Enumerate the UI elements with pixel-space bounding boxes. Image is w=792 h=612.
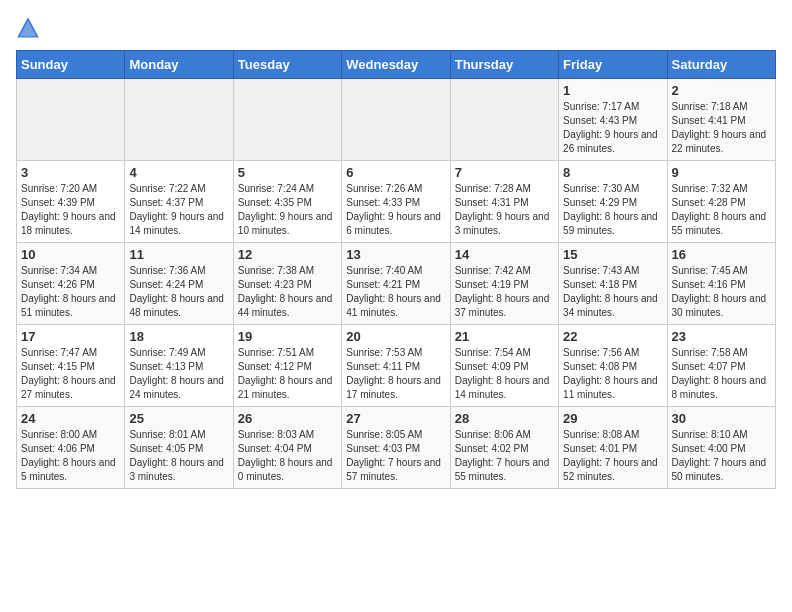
day-number: 7 (455, 165, 554, 180)
day-number: 10 (21, 247, 120, 262)
day-number: 23 (672, 329, 771, 344)
calendar-cell: 5Sunrise: 7:24 AM Sunset: 4:35 PM Daylig… (233, 161, 341, 243)
day-info: Sunrise: 7:22 AM Sunset: 4:37 PM Dayligh… (129, 182, 228, 238)
weekday-header-tuesday: Tuesday (233, 51, 341, 79)
day-number: 27 (346, 411, 445, 426)
day-info: Sunrise: 7:56 AM Sunset: 4:08 PM Dayligh… (563, 346, 662, 402)
calendar-cell (17, 79, 125, 161)
day-info: Sunrise: 7:26 AM Sunset: 4:33 PM Dayligh… (346, 182, 445, 238)
day-number: 13 (346, 247, 445, 262)
calendar-week-row: 10Sunrise: 7:34 AM Sunset: 4:26 PM Dayli… (17, 243, 776, 325)
calendar-cell (125, 79, 233, 161)
calendar-cell: 14Sunrise: 7:42 AM Sunset: 4:19 PM Dayli… (450, 243, 558, 325)
calendar-header-row: SundayMondayTuesdayWednesdayThursdayFrid… (17, 51, 776, 79)
calendar-cell: 29Sunrise: 8:08 AM Sunset: 4:01 PM Dayli… (559, 407, 667, 489)
calendar-cell: 26Sunrise: 8:03 AM Sunset: 4:04 PM Dayli… (233, 407, 341, 489)
weekday-header-monday: Monday (125, 51, 233, 79)
calendar-cell: 15Sunrise: 7:43 AM Sunset: 4:18 PM Dayli… (559, 243, 667, 325)
day-number: 26 (238, 411, 337, 426)
day-info: Sunrise: 8:01 AM Sunset: 4:05 PM Dayligh… (129, 428, 228, 484)
day-info: Sunrise: 7:45 AM Sunset: 4:16 PM Dayligh… (672, 264, 771, 320)
day-info: Sunrise: 7:36 AM Sunset: 4:24 PM Dayligh… (129, 264, 228, 320)
calendar-cell: 30Sunrise: 8:10 AM Sunset: 4:00 PM Dayli… (667, 407, 775, 489)
day-info: Sunrise: 8:10 AM Sunset: 4:00 PM Dayligh… (672, 428, 771, 484)
calendar-week-row: 3Sunrise: 7:20 AM Sunset: 4:39 PM Daylig… (17, 161, 776, 243)
calendar-cell: 24Sunrise: 8:00 AM Sunset: 4:06 PM Dayli… (17, 407, 125, 489)
day-info: Sunrise: 7:51 AM Sunset: 4:12 PM Dayligh… (238, 346, 337, 402)
day-number: 14 (455, 247, 554, 262)
day-number: 4 (129, 165, 228, 180)
calendar-cell: 9Sunrise: 7:32 AM Sunset: 4:28 PM Daylig… (667, 161, 775, 243)
calendar-cell: 3Sunrise: 7:20 AM Sunset: 4:39 PM Daylig… (17, 161, 125, 243)
weekday-header-wednesday: Wednesday (342, 51, 450, 79)
calendar-cell: 18Sunrise: 7:49 AM Sunset: 4:13 PM Dayli… (125, 325, 233, 407)
day-number: 20 (346, 329, 445, 344)
day-number: 19 (238, 329, 337, 344)
calendar-cell: 16Sunrise: 7:45 AM Sunset: 4:16 PM Dayli… (667, 243, 775, 325)
calendar-cell: 12Sunrise: 7:38 AM Sunset: 4:23 PM Dayli… (233, 243, 341, 325)
day-info: Sunrise: 8:05 AM Sunset: 4:03 PM Dayligh… (346, 428, 445, 484)
calendar-cell: 22Sunrise: 7:56 AM Sunset: 4:08 PM Dayli… (559, 325, 667, 407)
calendar-cell: 20Sunrise: 7:53 AM Sunset: 4:11 PM Dayli… (342, 325, 450, 407)
calendar-cell: 21Sunrise: 7:54 AM Sunset: 4:09 PM Dayli… (450, 325, 558, 407)
weekday-header-sunday: Sunday (17, 51, 125, 79)
calendar-week-row: 17Sunrise: 7:47 AM Sunset: 4:15 PM Dayli… (17, 325, 776, 407)
day-number: 1 (563, 83, 662, 98)
day-number: 3 (21, 165, 120, 180)
day-info: Sunrise: 8:03 AM Sunset: 4:04 PM Dayligh… (238, 428, 337, 484)
calendar-cell: 23Sunrise: 7:58 AM Sunset: 4:07 PM Dayli… (667, 325, 775, 407)
calendar-cell: 10Sunrise: 7:34 AM Sunset: 4:26 PM Dayli… (17, 243, 125, 325)
calendar-cell (342, 79, 450, 161)
day-number: 15 (563, 247, 662, 262)
day-number: 17 (21, 329, 120, 344)
calendar-cell: 17Sunrise: 7:47 AM Sunset: 4:15 PM Dayli… (17, 325, 125, 407)
calendar-cell: 28Sunrise: 8:06 AM Sunset: 4:02 PM Dayli… (450, 407, 558, 489)
day-info: Sunrise: 7:20 AM Sunset: 4:39 PM Dayligh… (21, 182, 120, 238)
day-info: Sunrise: 8:06 AM Sunset: 4:02 PM Dayligh… (455, 428, 554, 484)
calendar-week-row: 1Sunrise: 7:17 AM Sunset: 4:43 PM Daylig… (17, 79, 776, 161)
day-info: Sunrise: 7:53 AM Sunset: 4:11 PM Dayligh… (346, 346, 445, 402)
day-number: 9 (672, 165, 771, 180)
calendar-cell (233, 79, 341, 161)
day-number: 12 (238, 247, 337, 262)
day-info: Sunrise: 7:38 AM Sunset: 4:23 PM Dayligh… (238, 264, 337, 320)
day-info: Sunrise: 7:43 AM Sunset: 4:18 PM Dayligh… (563, 264, 662, 320)
calendar-cell: 25Sunrise: 8:01 AM Sunset: 4:05 PM Dayli… (125, 407, 233, 489)
day-info: Sunrise: 7:58 AM Sunset: 4:07 PM Dayligh… (672, 346, 771, 402)
day-number: 2 (672, 83, 771, 98)
logo-icon (16, 16, 40, 40)
page-header (16, 16, 776, 40)
calendar-week-row: 24Sunrise: 8:00 AM Sunset: 4:06 PM Dayli… (17, 407, 776, 489)
calendar-cell (450, 79, 558, 161)
day-number: 6 (346, 165, 445, 180)
calendar-cell: 11Sunrise: 7:36 AM Sunset: 4:24 PM Dayli… (125, 243, 233, 325)
calendar-cell: 6Sunrise: 7:26 AM Sunset: 4:33 PM Daylig… (342, 161, 450, 243)
day-info: Sunrise: 7:54 AM Sunset: 4:09 PM Dayligh… (455, 346, 554, 402)
calendar-cell: 7Sunrise: 7:28 AM Sunset: 4:31 PM Daylig… (450, 161, 558, 243)
calendar-table: SundayMondayTuesdayWednesdayThursdayFrid… (16, 50, 776, 489)
day-info: Sunrise: 8:00 AM Sunset: 4:06 PM Dayligh… (21, 428, 120, 484)
day-info: Sunrise: 7:42 AM Sunset: 4:19 PM Dayligh… (455, 264, 554, 320)
day-number: 18 (129, 329, 228, 344)
day-number: 21 (455, 329, 554, 344)
day-info: Sunrise: 7:32 AM Sunset: 4:28 PM Dayligh… (672, 182, 771, 238)
calendar-cell: 27Sunrise: 8:05 AM Sunset: 4:03 PM Dayli… (342, 407, 450, 489)
day-number: 30 (672, 411, 771, 426)
day-number: 28 (455, 411, 554, 426)
day-number: 8 (563, 165, 662, 180)
day-info: Sunrise: 7:30 AM Sunset: 4:29 PM Dayligh… (563, 182, 662, 238)
day-number: 25 (129, 411, 228, 426)
day-number: 24 (21, 411, 120, 426)
day-info: Sunrise: 7:28 AM Sunset: 4:31 PM Dayligh… (455, 182, 554, 238)
calendar-cell: 19Sunrise: 7:51 AM Sunset: 4:12 PM Dayli… (233, 325, 341, 407)
day-number: 16 (672, 247, 771, 262)
day-info: Sunrise: 8:08 AM Sunset: 4:01 PM Dayligh… (563, 428, 662, 484)
calendar-cell: 4Sunrise: 7:22 AM Sunset: 4:37 PM Daylig… (125, 161, 233, 243)
day-info: Sunrise: 7:17 AM Sunset: 4:43 PM Dayligh… (563, 100, 662, 156)
weekday-header-friday: Friday (559, 51, 667, 79)
calendar-cell: 8Sunrise: 7:30 AM Sunset: 4:29 PM Daylig… (559, 161, 667, 243)
day-info: Sunrise: 7:18 AM Sunset: 4:41 PM Dayligh… (672, 100, 771, 156)
calendar-cell: 13Sunrise: 7:40 AM Sunset: 4:21 PM Dayli… (342, 243, 450, 325)
day-info: Sunrise: 7:47 AM Sunset: 4:15 PM Dayligh… (21, 346, 120, 402)
day-number: 29 (563, 411, 662, 426)
